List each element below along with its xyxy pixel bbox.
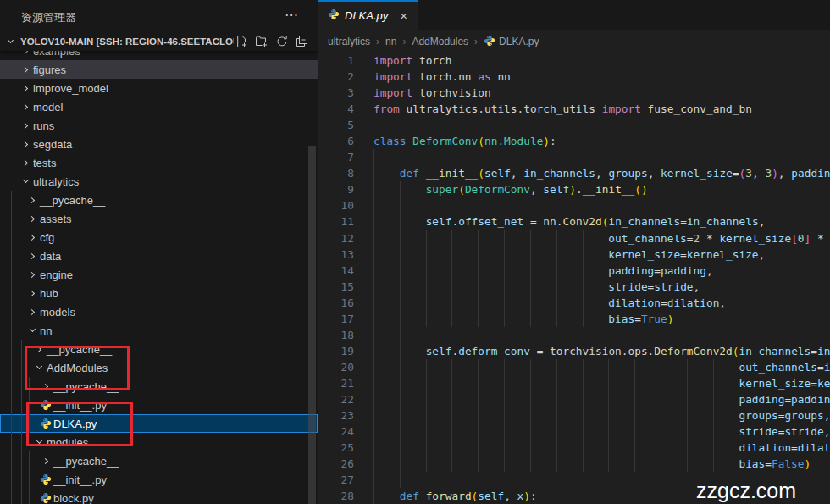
breadcrumb-item-dlka-py[interactable]: DLKA.py <box>499 36 539 47</box>
line-number: 28 <box>318 488 354 504</box>
tree-item--init-py[interactable]: __init__.py <box>0 396 318 414</box>
code-line-26[interactable]: 26 bias=False) <box>318 456 830 472</box>
collapse-all-icon[interactable] <box>296 35 309 48</box>
line-number: 8 <box>318 165 354 181</box>
tree-item-assets[interactable]: assets <box>0 209 318 228</box>
line-number: 21 <box>318 375 354 391</box>
tree-item--init-py[interactable]: __init__.py <box>0 470 318 489</box>
tree-item-runs[interactable]: runs <box>0 116 318 135</box>
tree-item-segdata[interactable]: segdata <box>0 135 318 153</box>
code-line-10[interactable]: 10 <box>318 197 830 213</box>
code-text: groups=groups, <box>374 407 830 424</box>
python-file-icon <box>328 8 340 24</box>
python-file-icon <box>39 491 53 504</box>
code-text: dilation=dilation, <box>374 440 830 456</box>
code-area[interactable]: 1import torch2import torch.nn as nn3impo… <box>318 53 830 504</box>
tree-item-tests[interactable]: tests <box>0 153 318 172</box>
line-number: 20 <box>318 359 354 375</box>
code-line-20[interactable]: 20 out_channels=in_channels, <box>318 359 830 375</box>
code-text: bias=True) <box>374 311 673 327</box>
code-line-13[interactable]: 13 kernel_size=kernel_size, <box>318 246 830 263</box>
tree-item-figures[interactable]: figures <box>0 60 318 79</box>
project-root-label: YOLOV10-MAIN [SSH: REGION-46.SEETACLOU..… <box>20 36 234 47</box>
breadcrumb-item-ultralytics[interactable]: ultralytics <box>328 36 370 47</box>
line-number: 16 <box>318 295 354 311</box>
line-number: 22 <box>318 391 354 407</box>
tree-item-modules[interactable]: modules <box>0 433 318 451</box>
code-line-15[interactable]: 15 stride=stride, <box>318 279 830 295</box>
code-line-22[interactable]: 22 padding=padding, <box>318 391 830 407</box>
tab-dlka-py[interactable]: DLKA.py × <box>318 0 418 30</box>
code-line-2[interactable]: 2import torch.nn as nn <box>318 69 830 85</box>
code-line-5[interactable]: 5 <box>318 117 830 133</box>
code-line-23[interactable]: 23 groups=groups, <box>318 407 830 424</box>
indent-guide <box>374 149 374 165</box>
project-root-header[interactable]: YOLOV10-MAIN [SSH: REGION-46.SEETACLOU..… <box>0 32 318 51</box>
breadcrumb-item-nn[interactable]: nn <box>385 36 396 47</box>
code-line-17[interactable]: 17 bias=True) <box>318 311 830 327</box>
tree-item-improve-model[interactable]: improve_model <box>0 79 318 97</box>
explorer-sidebar: 资源管理器 ⋯ YOLOV10-MAIN [SSH: REGION-46.SEE… <box>0 0 318 504</box>
code-line-1[interactable]: 1import torch <box>318 53 830 69</box>
tree-item-hub[interactable]: hub <box>0 284 318 302</box>
code-line-12[interactable]: 12 out_channels=2 * kernel_size[0] * ker… <box>318 230 830 246</box>
tab-close-icon[interactable]: × <box>400 9 407 22</box>
tree-item-ultralytics[interactable]: ultralytics <box>0 172 318 191</box>
project-actions <box>235 35 309 48</box>
line-number: 19 <box>318 343 354 359</box>
code-line-16[interactable]: 16 dilation=dilation, <box>318 295 830 311</box>
code-line-4[interactable]: 4from ultralytics.utils.torch_utils impo… <box>318 101 830 117</box>
refresh-icon[interactable] <box>275 35 289 48</box>
code-line-8[interactable]: 8 def __init__(self, in_channels, groups… <box>318 165 830 181</box>
code-text: padding=padding, <box>374 391 830 407</box>
code-line-24[interactable]: 24 stride=stride, <box>318 424 830 440</box>
tree-item-dlka-py[interactable]: DLKA.py <box>0 414 318 433</box>
code-text: self.offset_net = nn.Conv2d(in_channels=… <box>374 213 765 230</box>
chevron-right-icon <box>19 156 32 169</box>
code-line-6[interactable]: 6class DeformConv(nn.Module): <box>318 133 830 149</box>
breadcrumb-item-addmodules[interactable]: AddModules <box>412 36 468 47</box>
tree-item-cfg[interactable]: cfg <box>0 228 318 246</box>
tree-item-nn[interactable]: nn <box>0 321 318 340</box>
tab-bar: DLKA.py × <box>318 0 830 30</box>
code-line-11[interactable]: 11 self.offset_net = nn.Conv2d(in_channe… <box>318 213 830 230</box>
code-line-9[interactable]: 9 super(DeformConv, self).__init__() <box>318 181 830 197</box>
tree-item-label: block.py <box>53 492 94 504</box>
file-tree: examplesfiguresimprove_modelmodelrunsseg… <box>0 42 318 504</box>
chevron-right-icon <box>19 119 32 132</box>
line-number: 17 <box>318 311 354 327</box>
indent-guide <box>374 472 374 488</box>
code-text: out_channels=in_channels, <box>374 359 830 375</box>
line-number: 25 <box>318 440 354 456</box>
tree-item-label: modules <box>47 436 88 449</box>
code-line-21[interactable]: 21 kernel_size=kernel_size, <box>318 375 830 391</box>
python-file-icon <box>484 35 495 49</box>
tree-item-data[interactable]: data <box>0 246 318 265</box>
code-line-19[interactable]: 19 self.deform_conv = torchvision.ops.De… <box>318 343 830 359</box>
code-text: bias=False) <box>374 456 811 472</box>
new-folder-icon[interactable] <box>255 35 268 48</box>
tree-item-model[interactable]: model <box>0 97 318 116</box>
new-file-icon[interactable] <box>235 35 248 48</box>
tree-item-label: model <box>33 101 63 114</box>
chevron-right-icon <box>25 305 39 318</box>
more-actions-icon[interactable]: ⋯ <box>285 7 299 23</box>
code-line-3[interactable]: 3import torchvision <box>318 85 830 101</box>
chevron-down-icon <box>19 174 32 188</box>
tree-item--pycache-[interactable]: __pycache__ <box>0 340 318 358</box>
code-line-14[interactable]: 14 padding=padding, <box>318 263 830 279</box>
tree-item-engine[interactable]: engine <box>0 265 318 284</box>
breadcrumb-separator: › <box>474 36 478 47</box>
tree-item--pycache-[interactable]: __pycache__ <box>0 377 318 396</box>
tree-item-addmodules[interactable]: AddModules <box>0 358 318 377</box>
sidebar-scrollbar[interactable] <box>308 146 316 504</box>
line-number: 27 <box>318 472 354 488</box>
code-line-7[interactable]: 7 <box>318 149 830 165</box>
tree-item--pycache-[interactable]: __pycache__ <box>0 451 318 470</box>
tree-item--pycache-[interactable]: __pycache__ <box>0 191 318 209</box>
code-line-25[interactable]: 25 dilation=dilation, <box>318 440 830 456</box>
tree-item-block-py[interactable]: block.py <box>0 489 318 504</box>
tree-indent-guide <box>29 377 30 433</box>
code-line-18[interactable]: 18 <box>318 327 830 343</box>
tree-item-models[interactable]: models <box>0 302 318 321</box>
